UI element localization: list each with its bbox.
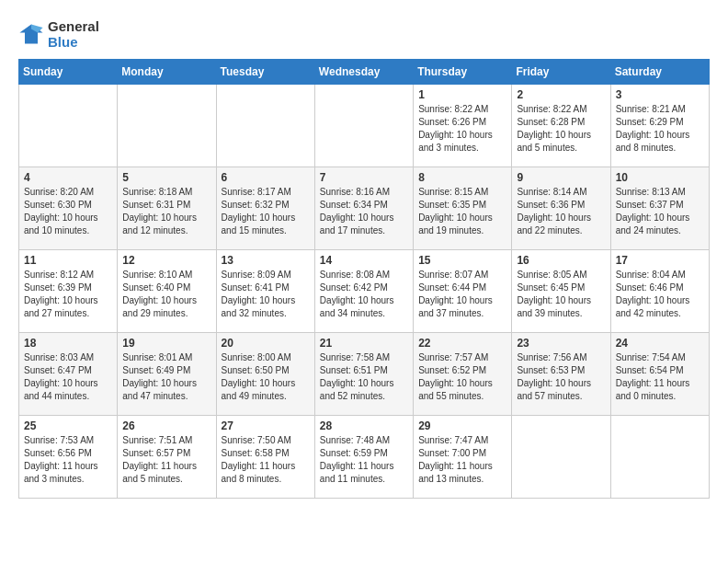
day-info: Sunrise: 8:22 AM Sunset: 6:28 PM Dayligh… [517, 103, 605, 155]
week-row-4: 18Sunrise: 8:03 AM Sunset: 6:47 PM Dayli… [19, 333, 710, 416]
day-info: Sunrise: 8:07 AM Sunset: 6:44 PM Dayligh… [418, 269, 506, 320]
day-number: 17 [616, 254, 704, 267]
table-cell: 6Sunrise: 8:17 AM Sunset: 6:32 PM Daylig… [216, 167, 314, 250]
table-cell: 1Sunrise: 8:22 AM Sunset: 6:26 PM Daylig… [414, 85, 512, 167]
week-row-1: 1Sunrise: 8:22 AM Sunset: 6:26 PM Daylig… [19, 85, 710, 167]
table-cell: 25Sunrise: 7:53 AM Sunset: 6:56 PM Dayli… [19, 416, 118, 499]
table-cell: 8Sunrise: 8:15 AM Sunset: 6:35 PM Daylig… [414, 167, 512, 250]
header-thursday: Thursday [414, 60, 512, 85]
logo-bird-icon [18, 21, 44, 47]
week-row-3: 11Sunrise: 8:12 AM Sunset: 6:39 PM Dayli… [19, 250, 710, 333]
table-cell: 29Sunrise: 7:47 AM Sunset: 7:00 PM Dayli… [414, 416, 512, 499]
day-info: Sunrise: 7:51 AM Sunset: 6:57 PM Dayligh… [122, 434, 210, 486]
table-cell: 21Sunrise: 7:58 AM Sunset: 6:51 PM Dayli… [314, 333, 413, 416]
table-cell [216, 85, 314, 167]
day-number: 8 [418, 171, 506, 184]
day-number: 7 [320, 171, 408, 184]
day-info: Sunrise: 8:15 AM Sunset: 6:35 PM Dayligh… [418, 186, 506, 237]
table-cell [19, 85, 118, 167]
day-number: 16 [517, 254, 605, 267]
day-info: Sunrise: 8:09 AM Sunset: 6:41 PM Dayligh… [222, 269, 310, 320]
day-info: Sunrise: 8:18 AM Sunset: 6:31 PM Dayligh… [122, 186, 210, 237]
day-info: Sunrise: 7:57 AM Sunset: 6:52 PM Dayligh… [418, 351, 506, 403]
header-wednesday: Wednesday [314, 60, 413, 85]
day-info: Sunrise: 8:13 AM Sunset: 6:37 PM Dayligh… [616, 186, 704, 237]
day-number: 19 [122, 337, 210, 350]
table-cell: 28Sunrise: 7:48 AM Sunset: 6:59 PM Dayli… [314, 416, 413, 499]
day-info: Sunrise: 8:04 AM Sunset: 6:46 PM Dayligh… [616, 269, 704, 320]
table-cell: 18Sunrise: 8:03 AM Sunset: 6:47 PM Dayli… [19, 333, 118, 416]
day-info: Sunrise: 8:17 AM Sunset: 6:32 PM Dayligh… [222, 186, 310, 237]
page-header: General Blue [18, 18, 710, 50]
table-cell [610, 416, 709, 499]
calendar-header-row: SundayMondayTuesdayWednesdayThursdayFrid… [19, 60, 710, 85]
table-cell [512, 416, 610, 499]
table-cell: 16Sunrise: 8:05 AM Sunset: 6:45 PM Dayli… [512, 250, 610, 333]
table-cell: 23Sunrise: 7:56 AM Sunset: 6:53 PM Dayli… [512, 333, 610, 416]
header-monday: Monday [118, 60, 216, 85]
day-info: Sunrise: 8:08 AM Sunset: 6:42 PM Dayligh… [320, 269, 408, 320]
table-cell [118, 85, 216, 167]
day-number: 27 [222, 419, 310, 432]
day-info: Sunrise: 8:10 AM Sunset: 6:40 PM Dayligh… [122, 269, 210, 320]
day-number: 21 [320, 337, 408, 350]
day-number: 6 [222, 171, 310, 184]
logo-text: General Blue [48, 18, 99, 50]
day-info: Sunrise: 8:20 AM Sunset: 6:30 PM Dayligh… [24, 186, 112, 237]
day-info: Sunrise: 7:58 AM Sunset: 6:51 PM Dayligh… [320, 351, 408, 403]
day-info: Sunrise: 8:01 AM Sunset: 6:49 PM Dayligh… [122, 351, 210, 403]
day-info: Sunrise: 8:22 AM Sunset: 6:26 PM Dayligh… [418, 103, 506, 155]
day-info: Sunrise: 7:50 AM Sunset: 6:58 PM Dayligh… [222, 434, 310, 486]
day-info: Sunrise: 8:12 AM Sunset: 6:39 PM Dayligh… [24, 269, 112, 320]
day-info: Sunrise: 8:14 AM Sunset: 6:36 PM Dayligh… [517, 186, 605, 237]
header-saturday: Saturday [610, 60, 709, 85]
table-cell: 13Sunrise: 8:09 AM Sunset: 6:41 PM Dayli… [216, 250, 314, 333]
day-number: 11 [24, 254, 112, 267]
day-number: 4 [24, 171, 112, 184]
day-number: 20 [222, 337, 310, 350]
day-info: Sunrise: 8:16 AM Sunset: 6:34 PM Dayligh… [320, 186, 408, 237]
week-row-2: 4Sunrise: 8:20 AM Sunset: 6:30 PM Daylig… [19, 167, 710, 250]
table-cell: 27Sunrise: 7:50 AM Sunset: 6:58 PM Dayli… [216, 416, 314, 499]
header-tuesday: Tuesday [216, 60, 314, 85]
table-cell [314, 85, 413, 167]
table-cell: 19Sunrise: 8:01 AM Sunset: 6:49 PM Dayli… [118, 333, 216, 416]
day-number: 18 [24, 337, 112, 350]
week-row-5: 25Sunrise: 7:53 AM Sunset: 6:56 PM Dayli… [19, 416, 710, 499]
table-cell: 26Sunrise: 7:51 AM Sunset: 6:57 PM Dayli… [118, 416, 216, 499]
table-cell: 17Sunrise: 8:04 AM Sunset: 6:46 PM Dayli… [610, 250, 709, 333]
day-number: 24 [616, 337, 704, 350]
table-cell: 3Sunrise: 8:21 AM Sunset: 6:29 PM Daylig… [610, 85, 709, 167]
table-cell: 11Sunrise: 8:12 AM Sunset: 6:39 PM Dayli… [19, 250, 118, 333]
day-number: 22 [418, 337, 506, 350]
day-info: Sunrise: 8:03 AM Sunset: 6:47 PM Dayligh… [24, 351, 112, 403]
table-cell: 5Sunrise: 8:18 AM Sunset: 6:31 PM Daylig… [118, 167, 216, 250]
day-number: 10 [616, 171, 704, 184]
day-number: 9 [517, 171, 605, 184]
table-cell: 4Sunrise: 8:20 AM Sunset: 6:30 PM Daylig… [19, 167, 118, 250]
table-cell: 15Sunrise: 8:07 AM Sunset: 6:44 PM Dayli… [414, 250, 512, 333]
day-number: 12 [122, 254, 210, 267]
day-info: Sunrise: 7:53 AM Sunset: 6:56 PM Dayligh… [24, 434, 112, 486]
day-number: 13 [222, 254, 310, 267]
table-cell: 20Sunrise: 8:00 AM Sunset: 6:50 PM Dayli… [216, 333, 314, 416]
table-cell: 12Sunrise: 8:10 AM Sunset: 6:40 PM Dayli… [118, 250, 216, 333]
day-number: 23 [517, 337, 605, 350]
logo: General Blue [18, 18, 99, 50]
table-cell: 9Sunrise: 8:14 AM Sunset: 6:36 PM Daylig… [512, 167, 610, 250]
day-info: Sunrise: 8:05 AM Sunset: 6:45 PM Dayligh… [517, 269, 605, 320]
table-cell: 10Sunrise: 8:13 AM Sunset: 6:37 PM Dayli… [610, 167, 709, 250]
day-info: Sunrise: 7:54 AM Sunset: 6:54 PM Dayligh… [616, 351, 704, 403]
day-info: Sunrise: 7:48 AM Sunset: 6:59 PM Dayligh… [320, 434, 408, 486]
day-number: 3 [616, 88, 704, 101]
day-info: Sunrise: 8:21 AM Sunset: 6:29 PM Dayligh… [616, 103, 704, 155]
header-sunday: Sunday [19, 60, 118, 85]
day-number: 2 [517, 88, 605, 101]
day-number: 25 [24, 419, 112, 432]
calendar-table: SundayMondayTuesdayWednesdayThursdayFrid… [18, 59, 710, 499]
day-number: 15 [418, 254, 506, 267]
day-info: Sunrise: 7:56 AM Sunset: 6:53 PM Dayligh… [517, 351, 605, 403]
table-cell: 24Sunrise: 7:54 AM Sunset: 6:54 PM Dayli… [610, 333, 709, 416]
table-cell: 14Sunrise: 8:08 AM Sunset: 6:42 PM Dayli… [314, 250, 413, 333]
day-number: 5 [122, 171, 210, 184]
